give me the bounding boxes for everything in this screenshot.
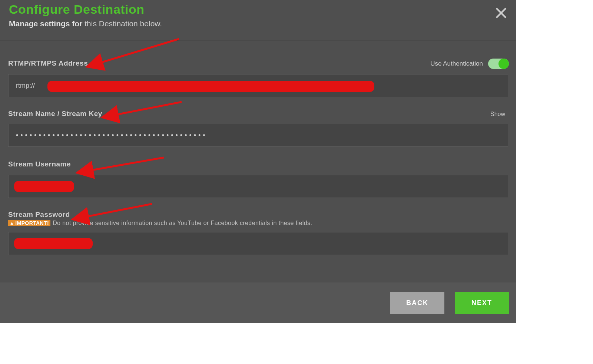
show-stream-key-button[interactable]: Show: [490, 111, 505, 118]
configure-destination-panel: Configure Destination Manage settings fo…: [0, 0, 516, 323]
svg-line-7: [90, 158, 164, 171]
important-tag: ▲ IMPORTANT!: [8, 220, 50, 226]
rtmp-prefix-text: rtmp://: [16, 82, 35, 90]
rtmp-address-label: RTMP/RTMPS Address: [8, 59, 88, 67]
important-tag-text: IMPORTANT!: [15, 220, 49, 226]
annotation-arrow-rtmp: [96, 37, 181, 68]
divider: [0, 40, 516, 41]
use-authentication-label: Use Authentication: [430, 60, 483, 67]
back-button[interactable]: BACK: [390, 292, 444, 314]
use-authentication-control: Use Authentication: [430, 59, 509, 69]
stream-key-masked: ••••••••••••••••••••••••••••••••••••••••…: [16, 132, 208, 139]
annotation-arrow-username: [86, 156, 168, 176]
stream-username-input[interactable]: [8, 175, 508, 198]
stream-password-label: Stream Password: [8, 211, 70, 219]
redaction-username: [14, 181, 74, 192]
stream-key-label: Stream Name / Stream Key: [8, 110, 102, 118]
stream-username-label: Stream Username: [8, 160, 71, 168]
subtitle-bold: Manage settings for: [9, 19, 82, 28]
dialog-footer: BACK NEXT: [0, 282, 516, 323]
redaction-rtmp: [47, 81, 374, 92]
annotation-arrow-password: [82, 202, 156, 222]
next-button[interactable]: NEXT: [455, 292, 509, 314]
dialog-subtitle: Manage settings for this Destination bel…: [9, 19, 162, 28]
use-authentication-toggle[interactable]: [488, 59, 509, 69]
svg-line-3: [99, 39, 179, 63]
svg-line-9: [85, 204, 152, 217]
redaction-password: [14, 238, 93, 249]
toggle-knob: [498, 59, 509, 69]
subtitle-rest: this Destination below.: [82, 19, 162, 28]
important-notice: ▲ IMPORTANT! Do not provide sensitive in…: [8, 220, 312, 226]
svg-line-5: [115, 102, 182, 115]
annotation-arrow-streamkey: [111, 100, 185, 120]
dialog-title: Configure Destination: [9, 2, 145, 17]
close-icon[interactable]: [495, 7, 507, 19]
stream-key-input[interactable]: ••••••••••••••••••••••••••••••••••••••••…: [8, 124, 508, 147]
warning-icon: ▲: [10, 221, 14, 226]
